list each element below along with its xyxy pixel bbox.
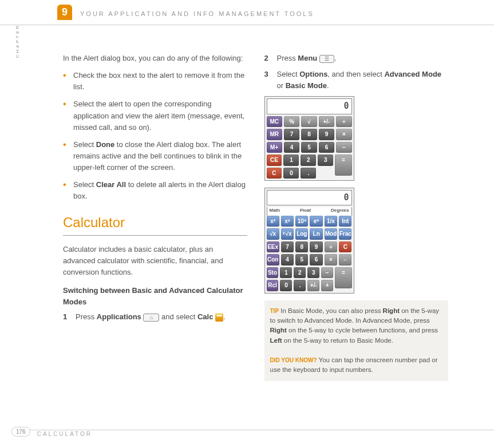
tip-b1: Right — [383, 307, 400, 314]
advanced-calculator-image: 0 Math Float Degrees x² xʸ 10ˣ eˣ 1/x In… — [264, 188, 354, 294]
key-dot: . — [301, 168, 316, 179]
key-back: ← — [339, 254, 351, 265]
dyk-label: DID YOU KNOW? — [270, 357, 317, 363]
basic-display: 0 — [267, 98, 352, 114]
key-ce: CE — [267, 154, 282, 166]
key-a1: 1 — [280, 267, 292, 279]
applications-bold: Applications — [97, 312, 141, 321]
key-frac: Frac — [339, 228, 351, 240]
adv-display: 0 — [267, 190, 352, 205]
tip-t1: In Basic Mode, you can also press — [280, 307, 382, 314]
options-bold: Options — [299, 70, 327, 78]
bullet-4: Select Clear All to delete all alerts in… — [63, 179, 247, 202]
chapter-label-vertical: CHAPTER — [15, 24, 20, 58]
basic-calculator-image: 0 MC % √ +/- ÷ MR 7 8 9 × M+ 4 — [264, 96, 354, 181]
step-3: 3 Select Options, and then select Advanc… — [264, 69, 449, 92]
key-mul: × — [336, 129, 351, 140]
basic-mode-bold: Basic Mode — [286, 81, 327, 90]
key-con: Con — [267, 254, 279, 265]
mode-float: Float — [300, 207, 311, 214]
key-rcl: Rcl — [267, 280, 279, 291]
key-a4: 4 — [281, 254, 294, 265]
step-3-post: . — [327, 81, 329, 90]
key-percent: % — [284, 116, 299, 128]
key-adiv: ÷ — [325, 241, 337, 253]
footer-section-name: CALCULATOR — [37, 431, 92, 437]
step-1-num: 1 — [63, 311, 67, 323]
key-mr: MR — [267, 129, 282, 140]
key-equals: = — [335, 154, 351, 176]
tip-b3: Left — [270, 337, 282, 344]
bullet-list: Check the box next to the alert to remov… — [63, 70, 247, 202]
key-c: C — [267, 168, 282, 179]
step-2: 2 Press Menu ☰. — [264, 53, 449, 64]
key-a9: 9 — [310, 241, 322, 253]
left-column: In the Alert dialog box, you can do any … — [63, 53, 247, 381]
menu-icon: ☰ — [319, 55, 334, 63]
applications-icon: ⌂ — [143, 314, 159, 322]
key-a0: 0 — [280, 280, 292, 291]
mode-math: Math — [270, 207, 280, 214]
key-sub: − — [336, 142, 351, 153]
key-a8: 8 — [295, 241, 308, 253]
section-description: Calculator includes a basic calculator, … — [63, 244, 247, 278]
key-sto: Sto — [267, 267, 279, 279]
tip-b2: Right — [270, 327, 287, 334]
bullet-3: Select Done to close the Alert dialog bo… — [63, 139, 247, 173]
key-aeq: = — [335, 267, 351, 288]
section-rule — [63, 235, 247, 236]
key-apm: +/- — [307, 280, 319, 291]
key-yrtx: ʸ√x — [281, 228, 294, 240]
key-a7: 7 — [281, 241, 294, 253]
key-ln: Ln — [310, 228, 322, 240]
bullet-4-pre: Select — [73, 180, 96, 189]
key-7: 7 — [284, 129, 299, 140]
advanced-mode-bold: Advanced Mode — [384, 70, 441, 78]
bullet-3-bold: Done — [96, 140, 115, 149]
subhead-switching-modes: Switching between Basic and Advanced Cal… — [63, 285, 247, 308]
key-ex: eˣ — [310, 216, 322, 227]
key-a5: 5 — [295, 254, 308, 265]
key-5: 5 — [301, 142, 317, 153]
key-ac: C — [339, 241, 351, 253]
page-number: 176 — [11, 427, 30, 437]
step-2-post: . — [334, 54, 337, 62]
header-title: YOUR APPLICATION AND INFO MANAGEMENT TOO… — [80, 10, 314, 17]
key-a6: 6 — [310, 254, 322, 265]
right-column: 2 Press Menu ☰. 3 Select Options, and th… — [264, 53, 449, 381]
key-0: 0 — [283, 168, 299, 179]
step-1: 1 Press Applications ⌂ and select Calc . — [63, 311, 247, 323]
step-3-mid2: or — [277, 81, 286, 90]
intro-text: In the Alert dialog box, you can do any … — [63, 53, 247, 64]
step-1-pre: Press — [76, 312, 97, 321]
tip-t4: on the 5-way to return to Basic Mode. — [282, 337, 393, 344]
step-3-num: 3 — [264, 69, 268, 80]
key-int: Int — [339, 216, 351, 227]
key-6: 6 — [319, 142, 334, 153]
key-amul: × — [325, 254, 337, 265]
key-4: 4 — [284, 142, 299, 153]
page-header: 9 YOUR APPLICATION AND INFO MANAGEMENT T… — [0, 0, 494, 25]
chapter-badge: 9 — [57, 5, 72, 20]
key-mc: MC — [267, 116, 282, 128]
bullet-2: Select the alert to open the correspondi… — [63, 98, 247, 133]
step-1-mid: and select — [161, 312, 197, 321]
step-1-post: . — [223, 312, 226, 321]
bullet-4-bold: Clear All — [96, 180, 126, 189]
key-adot: . — [294, 280, 306, 291]
key-1x: 1/x — [325, 216, 337, 227]
key-div: ÷ — [336, 116, 351, 128]
key-mod: Mod — [325, 228, 337, 240]
key-xy: xʸ — [281, 216, 294, 227]
key-2: 2 — [301, 154, 316, 166]
calc-bold: Calc — [197, 312, 213, 321]
key-aplus: + — [321, 280, 333, 291]
step-2-num: 2 — [264, 53, 268, 64]
key-10x: 10ˣ — [295, 216, 308, 227]
key-1: 1 — [283, 154, 299, 166]
tip-box: TIP In Basic Mode, you can also press Ri… — [264, 300, 449, 381]
menu-bold: Menu — [298, 54, 317, 62]
step-2-pre: Press — [277, 54, 298, 62]
tip-t3: on the 5-way to cycle between functions,… — [287, 327, 438, 334]
key-log: Log — [295, 228, 308, 240]
